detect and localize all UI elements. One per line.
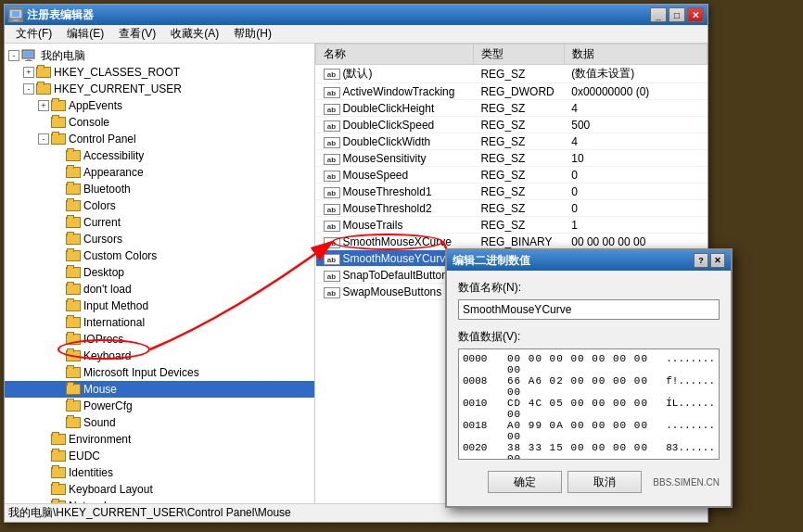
reg-name: abActiveWindowTracking <box>316 83 474 100</box>
maximize-button[interactable]: □ <box>669 7 685 22</box>
tree-item[interactable]: PowerCfg <box>5 398 314 414</box>
tree-item[interactable]: Console <box>5 114 314 131</box>
reg-data: 10 <box>564 150 707 167</box>
expand-icon[interactable]: + <box>23 67 34 78</box>
reg-data: 4 <box>564 100 707 117</box>
tree-item-label: International <box>83 316 145 329</box>
table-row[interactable]: ab(默认) REG_SZ (数值未设置) <box>316 65 707 83</box>
menu-view[interactable]: 查看(V) <box>111 24 163 44</box>
folder-icon <box>66 300 81 311</box>
expand-icon[interactable]: - <box>23 83 34 95</box>
tree-item[interactable]: International <box>5 314 314 331</box>
menu-help[interactable]: 帮助(H) <box>226 24 279 44</box>
dialog-ok-button[interactable]: 确定 <box>488 471 562 493</box>
tree-item[interactable]: Network <box>5 498 314 503</box>
tree-item[interactable]: - 我的电脑 <box>5 47 314 64</box>
table-row[interactable]: abDoubleClickSpeed REG_SZ 500 <box>316 117 707 133</box>
reg-name: abMouseTrails <box>316 217 474 234</box>
folder-icon <box>66 400 81 412</box>
tree-item-label: Network <box>69 500 109 503</box>
table-row[interactable]: abMouseThreshold2 REG_SZ 0 <box>316 200 707 217</box>
expand-icon[interactable]: + <box>38 100 49 111</box>
close-button[interactable]: ✕ <box>687 7 704 22</box>
folder-icon <box>51 450 66 462</box>
dialog-name-label: 数值名称(N): <box>458 280 720 296</box>
tree-item[interactable]: Environment <box>5 431 314 448</box>
ascii-values: ÍL...... <box>659 398 715 420</box>
hex-addr: 0018 <box>463 420 500 442</box>
reg-data: 0 <box>564 167 707 184</box>
expand-icon[interactable]: - <box>38 133 49 145</box>
edit-binary-dialog: 编辑二进制数值 ? ✕ 数值名称(N): 数值数据(V): 0000 00 00… <box>445 248 733 508</box>
tree-item[interactable]: +HKEY_CLASSES_ROOT <box>5 64 314 81</box>
menu-file[interactable]: 文件(F) <box>8 24 59 44</box>
tree-item[interactable]: Appearance <box>5 164 314 181</box>
tree-item-label: Identities <box>69 466 113 479</box>
data-row: 0010 CD 4C 05 00 00 00 00 00 ÍL...... <box>463 398 715 420</box>
tree-item[interactable]: -HKEY_CURRENT_USER <box>5 81 314 97</box>
table-row[interactable]: abDoubleClickHeight REG_SZ 4 <box>316 100 707 117</box>
tree-item-label: Control Panel <box>69 133 136 146</box>
tree-item[interactable]: Accessibility <box>5 147 314 164</box>
tree-item-label: IOProcs <box>83 333 123 346</box>
minimize-button[interactable]: _ <box>650 7 667 22</box>
dialog-data-area[interactable]: 0000 00 00 00 00 00 00 00 00 ........ 00… <box>458 348 720 460</box>
tree-item[interactable]: Identities <box>5 464 314 481</box>
menu-edit[interactable]: 编辑(E) <box>59 24 111 44</box>
dialog-cancel-button[interactable]: 取消 <box>567 471 642 493</box>
tree-item[interactable]: Microsoft Input Devices <box>5 364 314 381</box>
tree-item-label: PowerCfg <box>83 399 133 412</box>
table-row[interactable]: abMouseSpeed REG_SZ 0 <box>316 167 707 184</box>
tree-item[interactable]: Current <box>5 214 314 231</box>
expand-icon[interactable]: - <box>8 50 19 61</box>
data-row: 0020 38 33 15 00 00 00 00 00 83...... <box>463 442 715 460</box>
hex-addr: 0010 <box>463 398 500 420</box>
dialog-name-input[interactable] <box>458 299 720 320</box>
dialog-help-button[interactable]: ? <box>694 253 708 268</box>
tree-item-label: AppEvents <box>69 99 122 112</box>
menu-favorites[interactable]: 收藏夹(A) <box>163 24 226 44</box>
table-row[interactable]: abMouseTrails REG_SZ 1 <box>316 217 707 234</box>
reg-type: REG_SZ <box>473 184 564 200</box>
col-type: 类型 <box>473 44 564 65</box>
pc-icon <box>21 49 38 62</box>
table-row[interactable]: abMouseSensitivity REG_SZ 10 <box>316 150 707 167</box>
table-row[interactable]: abDoubleClickWidth REG_SZ 4 <box>316 133 707 150</box>
tree-item[interactable]: Custom Colors <box>5 247 314 264</box>
table-row[interactable]: abActiveWindowTracking REG_DWORD 0x00000… <box>316 83 707 100</box>
tree-item[interactable]: Keyboard <box>5 348 314 364</box>
tree-item[interactable]: don't load <box>5 281 314 298</box>
table-row[interactable]: abMouseThreshold1 REG_SZ 0 <box>316 184 707 200</box>
tree-item[interactable]: Colors <box>5 197 314 214</box>
folder-icon <box>66 384 81 395</box>
title-bar: 注册表编辑器 _ □ ✕ <box>5 5 707 25</box>
tree-item[interactable]: +AppEvents <box>5 97 314 114</box>
table-row[interactable]: abSmoothMouseXCurve REG_BINARY 00 00 00 … <box>316 234 707 250</box>
tree-item[interactable]: -Control Panel <box>5 131 314 147</box>
reg-type: REG_SZ <box>473 167 564 184</box>
dialog-close-button[interactable]: ✕ <box>710 253 725 268</box>
folder-icon <box>66 334 81 345</box>
folder-icon <box>66 417 81 428</box>
reg-data: 4 <box>564 133 707 150</box>
ascii-values: 83...... <box>659 442 715 460</box>
tree-item[interactable]: IOProcs <box>5 331 314 348</box>
reg-type: REG_BINARY <box>473 234 564 250</box>
tree-item-label: Bluetooth <box>83 183 131 196</box>
title-buttons: _ □ ✕ <box>650 7 704 22</box>
tree-item[interactable]: Bluetooth <box>5 181 314 197</box>
folder-icon <box>51 484 66 495</box>
registry-tree[interactable]: - 我的电脑+HKEY_CLASSES_ROOT-HKEY_CURRENT_US… <box>5 44 315 503</box>
reg-name: abMouseSpeed <box>316 167 474 184</box>
tree-item[interactable]: Sound <box>5 414 314 431</box>
reg-type: REG_SZ <box>473 133 564 150</box>
tree-item[interactable]: Desktop <box>5 264 314 281</box>
tree-item-label: Colors <box>83 199 116 212</box>
app-icon <box>8 7 23 22</box>
tree-item[interactable]: Cursors <box>5 231 314 247</box>
tree-item[interactable]: Input Method <box>5 298 314 314</box>
tree-item[interactable]: Keyboard Layout <box>5 481 314 498</box>
reg-type: REG_SZ <box>473 200 564 217</box>
tree-item[interactable]: EUDC <box>5 448 314 464</box>
tree-item[interactable]: Mouse <box>5 381 314 398</box>
